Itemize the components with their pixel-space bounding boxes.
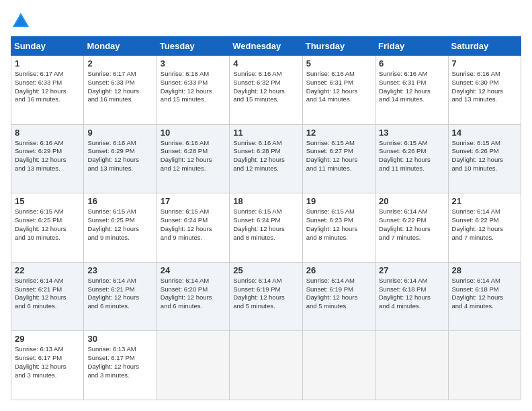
day-info: Sunrise: 6:14 AM Sunset: 6:21 PM Dayligh… xyxy=(15,277,80,311)
day-number: 28 xyxy=(452,265,517,275)
logo xyxy=(11,11,34,31)
day-number: 26 xyxy=(306,265,371,275)
day-info: Sunrise: 6:16 AM Sunset: 6:31 PM Dayligh… xyxy=(306,70,371,104)
day-info: Sunrise: 6:15 AM Sunset: 6:25 PM Dayligh… xyxy=(15,208,80,242)
day-info: Sunrise: 6:14 AM Sunset: 6:21 PM Dayligh… xyxy=(87,277,152,311)
day-number: 14 xyxy=(452,128,517,138)
calendar-day-cell: 17 Sunrise: 6:15 AM Sunset: 6:24 PM Dayl… xyxy=(157,193,229,263)
calendar-day-cell: 4 Sunrise: 6:16 AM Sunset: 6:32 PM Dayli… xyxy=(230,56,302,125)
day-info: Sunrise: 6:16 AM Sunset: 6:29 PM Dayligh… xyxy=(15,139,80,173)
page: SundayMondayTuesdayWednesdayThursdayFrid… xyxy=(0,0,532,411)
calendar-day-cell: 9 Sunrise: 6:16 AM Sunset: 6:29 PM Dayli… xyxy=(84,124,157,193)
day-header-monday: Monday xyxy=(84,37,157,56)
calendar-day-cell: 16 Sunrise: 6:15 AM Sunset: 6:25 PM Dayl… xyxy=(84,193,157,263)
day-header-wednesday: Wednesday xyxy=(230,37,302,56)
day-number: 23 xyxy=(87,265,152,275)
calendar-day-cell: 11 Sunrise: 6:16 AM Sunset: 6:28 PM Dayl… xyxy=(230,124,302,193)
day-number: 18 xyxy=(233,196,298,206)
day-number: 6 xyxy=(379,58,444,68)
calendar-day-cell: 6 Sunrise: 6:16 AM Sunset: 6:31 PM Dayli… xyxy=(375,56,448,125)
day-info: Sunrise: 6:16 AM Sunset: 6:28 PM Dayligh… xyxy=(233,139,298,173)
day-number: 4 xyxy=(233,58,298,68)
day-info: Sunrise: 6:16 AM Sunset: 6:31 PM Dayligh… xyxy=(379,70,444,104)
calendar-day-cell: 18 Sunrise: 6:15 AM Sunset: 6:24 PM Dayl… xyxy=(230,193,302,263)
calendar-day-cell: 27 Sunrise: 6:14 AM Sunset: 6:18 PM Dayl… xyxy=(375,262,448,331)
day-number: 2 xyxy=(87,58,152,68)
calendar-week-row: 1 Sunrise: 6:17 AM Sunset: 6:33 PM Dayli… xyxy=(11,56,521,125)
day-number: 15 xyxy=(15,196,80,206)
day-info: Sunrise: 6:16 AM Sunset: 6:28 PM Dayligh… xyxy=(161,139,226,173)
day-info: Sunrise: 6:17 AM Sunset: 6:33 PM Dayligh… xyxy=(15,70,80,104)
day-info: Sunrise: 6:15 AM Sunset: 6:26 PM Dayligh… xyxy=(379,139,444,173)
calendar-day-cell: 15 Sunrise: 6:15 AM Sunset: 6:25 PM Dayl… xyxy=(11,193,84,263)
day-info: Sunrise: 6:15 AM Sunset: 6:27 PM Dayligh… xyxy=(306,139,371,173)
day-info: Sunrise: 6:15 AM Sunset: 6:24 PM Dayligh… xyxy=(233,208,298,242)
day-number: 10 xyxy=(161,128,226,138)
calendar-empty-cell xyxy=(230,331,302,400)
day-number: 29 xyxy=(15,334,80,344)
day-info: Sunrise: 6:15 AM Sunset: 6:23 PM Dayligh… xyxy=(306,208,371,242)
day-info: Sunrise: 6:13 AM Sunset: 6:17 PM Dayligh… xyxy=(87,345,152,379)
calendar-day-cell: 14 Sunrise: 6:15 AM Sunset: 6:26 PM Dayl… xyxy=(448,124,521,193)
day-header-saturday: Saturday xyxy=(448,37,521,56)
calendar-day-cell: 25 Sunrise: 6:14 AM Sunset: 6:19 PM Dayl… xyxy=(230,262,302,331)
day-info: Sunrise: 6:14 AM Sunset: 6:19 PM Dayligh… xyxy=(306,277,371,311)
day-info: Sunrise: 6:16 AM Sunset: 6:30 PM Dayligh… xyxy=(452,70,517,104)
calendar-day-cell: 7 Sunrise: 6:16 AM Sunset: 6:30 PM Dayli… xyxy=(448,56,521,125)
day-number: 21 xyxy=(452,196,517,206)
calendar-header-row: SundayMondayTuesdayWednesdayThursdayFrid… xyxy=(11,37,521,56)
day-info: Sunrise: 6:15 AM Sunset: 6:24 PM Dayligh… xyxy=(161,208,226,242)
calendar-day-cell: 23 Sunrise: 6:14 AM Sunset: 6:21 PM Dayl… xyxy=(84,262,157,331)
calendar-day-cell: 19 Sunrise: 6:15 AM Sunset: 6:23 PM Dayl… xyxy=(302,193,375,263)
day-header-friday: Friday xyxy=(375,37,448,56)
day-number: 1 xyxy=(15,58,80,68)
calendar-day-cell: 8 Sunrise: 6:16 AM Sunset: 6:29 PM Dayli… xyxy=(11,124,84,193)
calendar-week-row: 8 Sunrise: 6:16 AM Sunset: 6:29 PM Dayli… xyxy=(11,124,521,193)
calendar-day-cell: 26 Sunrise: 6:14 AM Sunset: 6:19 PM Dayl… xyxy=(302,262,375,331)
day-number: 13 xyxy=(379,128,444,138)
calendar-day-cell: 2 Sunrise: 6:17 AM Sunset: 6:33 PM Dayli… xyxy=(84,56,157,125)
calendar-day-cell: 24 Sunrise: 6:14 AM Sunset: 6:20 PM Dayl… xyxy=(157,262,229,331)
calendar-table: SundayMondayTuesdayWednesdayThursdayFrid… xyxy=(11,36,521,400)
logo-icon xyxy=(11,11,31,31)
calendar-empty-cell xyxy=(375,331,448,400)
day-number: 17 xyxy=(161,196,226,206)
header xyxy=(11,11,521,31)
calendar-day-cell: 12 Sunrise: 6:15 AM Sunset: 6:27 PM Dayl… xyxy=(302,124,375,193)
day-header-thursday: Thursday xyxy=(302,37,375,56)
calendar-day-cell: 21 Sunrise: 6:14 AM Sunset: 6:22 PM Dayl… xyxy=(448,193,521,263)
calendar-day-cell: 3 Sunrise: 6:16 AM Sunset: 6:33 PM Dayli… xyxy=(157,56,229,125)
day-number: 20 xyxy=(379,196,444,206)
calendar-day-cell: 20 Sunrise: 6:14 AM Sunset: 6:22 PM Dayl… xyxy=(375,193,448,263)
day-info: Sunrise: 6:15 AM Sunset: 6:25 PM Dayligh… xyxy=(87,208,152,242)
calendar-week-row: 22 Sunrise: 6:14 AM Sunset: 6:21 PM Dayl… xyxy=(11,262,521,331)
calendar-day-cell: 30 Sunrise: 6:13 AM Sunset: 6:17 PM Dayl… xyxy=(84,331,157,400)
calendar-day-cell: 29 Sunrise: 6:13 AM Sunset: 6:17 PM Dayl… xyxy=(11,331,84,400)
day-info: Sunrise: 6:16 AM Sunset: 6:33 PM Dayligh… xyxy=(161,70,226,104)
day-number: 22 xyxy=(15,265,80,275)
day-number: 9 xyxy=(87,128,152,138)
day-number: 12 xyxy=(306,128,371,138)
day-info: Sunrise: 6:14 AM Sunset: 6:22 PM Dayligh… xyxy=(452,208,517,242)
day-info: Sunrise: 6:15 AM Sunset: 6:26 PM Dayligh… xyxy=(452,139,517,173)
calendar-day-cell: 1 Sunrise: 6:17 AM Sunset: 6:33 PM Dayli… xyxy=(11,56,84,125)
day-info: Sunrise: 6:16 AM Sunset: 6:29 PM Dayligh… xyxy=(87,139,152,173)
day-info: Sunrise: 6:13 AM Sunset: 6:17 PM Dayligh… xyxy=(15,345,80,379)
calendar-empty-cell xyxy=(302,331,375,400)
day-number: 19 xyxy=(306,196,371,206)
day-number: 5 xyxy=(306,58,371,68)
day-number: 7 xyxy=(452,58,517,68)
day-header-sunday: Sunday xyxy=(11,37,84,56)
calendar-empty-cell xyxy=(448,331,521,400)
calendar-day-cell: 10 Sunrise: 6:16 AM Sunset: 6:28 PM Dayl… xyxy=(157,124,229,193)
calendar-day-cell: 22 Sunrise: 6:14 AM Sunset: 6:21 PM Dayl… xyxy=(11,262,84,331)
day-number: 27 xyxy=(379,265,444,275)
day-info: Sunrise: 6:17 AM Sunset: 6:33 PM Dayligh… xyxy=(87,70,152,104)
calendar-day-cell: 28 Sunrise: 6:14 AM Sunset: 6:18 PM Dayl… xyxy=(448,262,521,331)
calendar-week-row: 29 Sunrise: 6:13 AM Sunset: 6:17 PM Dayl… xyxy=(11,331,521,400)
day-number: 3 xyxy=(161,58,226,68)
day-number: 30 xyxy=(87,334,152,344)
day-info: Sunrise: 6:14 AM Sunset: 6:19 PM Dayligh… xyxy=(233,277,298,311)
day-header-tuesday: Tuesday xyxy=(157,37,229,56)
calendar-day-cell: 5 Sunrise: 6:16 AM Sunset: 6:31 PM Dayli… xyxy=(302,56,375,125)
